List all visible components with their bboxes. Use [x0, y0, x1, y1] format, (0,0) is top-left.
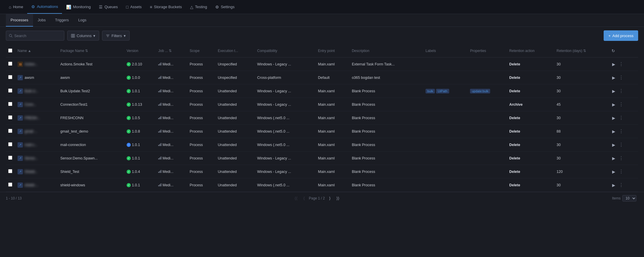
row-checkbox-cell[interactable] [6, 98, 15, 111]
row-checkbox-cell[interactable] [6, 178, 15, 192]
filters-button[interactable]: Filters ▾ [102, 31, 129, 41]
search-icon [9, 34, 13, 38]
items-per-page-select[interactable]: 10 25 50 [622, 195, 636, 202]
row-checkbox[interactable] [8, 62, 12, 66]
more-options-button[interactable]: ⋮ [618, 141, 625, 149]
row-properties [468, 178, 507, 192]
row-checkbox[interactable] [8, 183, 12, 187]
search-input[interactable] [14, 34, 61, 38]
nav-home[interactable]: ⌂ Home [5, 0, 27, 14]
col-header-entry-point[interactable]: Entry point [316, 44, 349, 58]
row-checkbox-cell[interactable] [6, 125, 15, 138]
run-process-button[interactable]: ▶ [610, 61, 617, 68]
automations-icon: ⚙ [31, 4, 35, 9]
tab-logs[interactable]: Logs [73, 14, 91, 27]
more-options-button[interactable]: ⋮ [618, 181, 625, 189]
select-all-checkbox[interactable] [8, 48, 12, 53]
row-checkbox-cell[interactable] [6, 111, 15, 125]
col-header-scope[interactable]: Scope [187, 44, 215, 58]
run-process-button[interactable]: ▶ [610, 128, 617, 135]
row-compatibility: Windows - Legacy ... [255, 58, 316, 71]
row-checkbox[interactable] [8, 75, 12, 79]
run-process-button[interactable]: ▶ [610, 74, 617, 81]
more-options-button[interactable]: ⋮ [618, 154, 625, 162]
svg-rect-2 [71, 34, 72, 37]
col-header-description[interactable]: Description [349, 44, 423, 58]
row-checkbox[interactable] [8, 142, 12, 146]
nav-storage-buckets[interactable]: ≡ Storage Buckets [146, 0, 186, 14]
col-header-job-priority[interactable]: Job ... ⇅ [156, 44, 187, 58]
run-process-button[interactable]: ▶ [610, 141, 617, 148]
more-options-button[interactable]: ⋮ [618, 60, 625, 68]
next-page-button[interactable]: ⟩ [327, 195, 332, 201]
tab-triggers[interactable]: Triggers [50, 14, 73, 27]
footer: 1 - 10 / 13 ⟨⟨ ⟨ Page 1 / 2 ⟩ ⟩⟩ Items 1… [0, 192, 644, 204]
row-checkbox[interactable] [8, 169, 12, 173]
nav-settings[interactable]: ⚙ Settings [211, 0, 239, 14]
row-execution-type: Unattended [216, 165, 255, 178]
run-process-button[interactable]: ▶ [610, 101, 617, 108]
row-checkbox[interactable] [8, 88, 12, 93]
nav-automations-label: Automations [37, 4, 58, 9]
col-header-retention-action[interactable]: Retention action [507, 44, 554, 58]
row-job-priority: Medi... [156, 58, 187, 71]
col-header-package-name[interactable]: Package Name ⇅ [58, 44, 124, 58]
col-header-labels[interactable]: Labels [423, 44, 468, 58]
run-process-button[interactable]: ▶ [610, 155, 617, 162]
nav-automations[interactable]: ⚙ Automations [27, 0, 62, 14]
prev-page-button[interactable]: ⟨ [302, 195, 306, 201]
tab-jobs[interactable]: Jobs [33, 14, 50, 27]
columns-button[interactable]: Columns ▾ [67, 31, 99, 41]
more-options-button[interactable]: ⋮ [618, 114, 625, 122]
job-sort-icon: ⇅ [169, 49, 172, 53]
col-header-properties[interactable]: Properties [468, 44, 507, 58]
add-process-button[interactable]: + Add process [604, 30, 638, 41]
more-options-button[interactable]: ⋮ [618, 74, 625, 81]
col-header-name[interactable]: Name ▲ [15, 44, 58, 58]
more-options-button[interactable]: ⋮ [618, 127, 625, 135]
row-entry-point: Main.xaml [316, 125, 349, 138]
nav-queues[interactable]: ☰ Queues [95, 0, 122, 14]
queues-icon: ☰ [99, 5, 103, 9]
row-checkbox-cell[interactable] [6, 165, 15, 178]
columns-chevron-icon: ▾ [93, 34, 95, 38]
more-options-button[interactable]: ⋮ [618, 168, 625, 176]
col-header-retention-days[interactable]: Retention (days) ⇅ [554, 44, 608, 58]
more-options-button[interactable]: ⋮ [618, 87, 625, 95]
process-type-icon: ↗ [18, 142, 23, 147]
row-checkbox-cell[interactable] [6, 58, 15, 71]
row-name-cell: ↗ mail-c... [15, 138, 58, 152]
run-process-button[interactable]: ▶ [610, 88, 617, 95]
run-process-button[interactable]: ▶ [610, 168, 617, 175]
last-page-button[interactable]: ⟩⟩ [335, 195, 341, 201]
row-checkbox-cell[interactable] [6, 84, 15, 98]
priority-bars-icon [158, 75, 161, 79]
nav-testing[interactable]: △ Testing [186, 0, 211, 14]
select-all-header[interactable] [6, 44, 15, 58]
run-process-button[interactable]: ▶ [610, 114, 617, 121]
nav-assets[interactable]: □ Assets [122, 0, 146, 14]
row-checkbox-cell[interactable] [6, 138, 15, 152]
nav-monitoring[interactable]: 📊 Monitoring [62, 0, 95, 14]
col-header-version[interactable]: Version [124, 44, 156, 58]
refresh-button[interactable]: ↻ [610, 47, 616, 54]
process-type-icon: ↗ [18, 183, 23, 188]
row-checkbox-cell[interactable] [6, 71, 15, 84]
row-compatibility: Windows - Legacy ... [255, 152, 316, 165]
row-checkbox[interactable] [8, 102, 12, 106]
row-checkbox-cell[interactable] [6, 152, 15, 165]
col-header-compatibility[interactable]: Compatibility [255, 44, 316, 58]
row-checkbox[interactable] [8, 129, 12, 133]
row-properties [468, 138, 507, 152]
search-box[interactable] [6, 31, 64, 41]
testing-icon: △ [190, 5, 193, 9]
run-process-button[interactable]: ▶ [610, 182, 617, 189]
row-checkbox[interactable] [8, 156, 12, 160]
row-checkbox[interactable] [8, 115, 12, 119]
col-header-execution-type[interactable]: Execution t... [216, 44, 255, 58]
pagination: ⟨⟨ ⟨ Page 1 / 2 ⟩ ⟩⟩ [293, 195, 341, 201]
tab-processes[interactable]: Processes [6, 14, 33, 27]
more-options-button[interactable]: ⋮ [618, 100, 625, 108]
first-page-button[interactable]: ⟨⟨ [293, 195, 299, 201]
row-scope: Process [187, 58, 215, 71]
